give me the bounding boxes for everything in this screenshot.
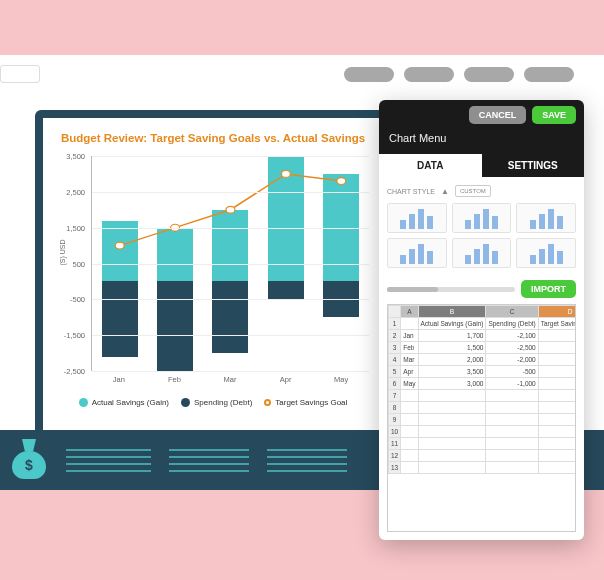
cell[interactable]: 3,000 bbox=[538, 378, 576, 390]
cell[interactable] bbox=[486, 438, 538, 450]
cell[interactable] bbox=[486, 450, 538, 462]
chart-plot: (S) USD 3,5002,5001,500500-500-1,500-2,5… bbox=[53, 156, 373, 371]
row-num[interactable]: 8 bbox=[389, 402, 401, 414]
row-num[interactable]: 5 bbox=[389, 366, 401, 378]
row-num[interactable]: 9 bbox=[389, 414, 401, 426]
cell[interactable]: -2,500 bbox=[486, 342, 538, 354]
row-num[interactable]: 7 bbox=[389, 390, 401, 402]
save-button[interactable]: SAVE bbox=[532, 106, 576, 124]
cell[interactable] bbox=[418, 414, 486, 426]
cell[interactable] bbox=[401, 450, 418, 462]
cell[interactable]: -2,100 bbox=[486, 330, 538, 342]
panel-tabs: DATA SETTINGS bbox=[379, 154, 584, 177]
cell[interactable]: Jan bbox=[401, 330, 418, 342]
cell[interactable] bbox=[418, 402, 486, 414]
header-cell[interactable]: Spending (Debt) bbox=[486, 318, 538, 330]
cell[interactable]: Mar bbox=[401, 354, 418, 366]
bar-debt bbox=[102, 281, 138, 356]
header-cell[interactable]: Actual Savings (Gain) bbox=[418, 318, 486, 330]
style-thumb[interactable] bbox=[452, 203, 512, 233]
cell[interactable]: May bbox=[401, 378, 418, 390]
custom-style-chip[interactable]: CUSTOM bbox=[455, 185, 491, 197]
cell[interactable] bbox=[401, 402, 418, 414]
col-letter[interactable]: D bbox=[538, 306, 576, 318]
cell[interactable] bbox=[486, 414, 538, 426]
cell[interactable] bbox=[486, 426, 538, 438]
cell[interactable] bbox=[538, 414, 576, 426]
style-thumb[interactable] bbox=[516, 203, 576, 233]
style-thumb[interactable] bbox=[452, 238, 512, 268]
row-num[interactable]: 2 bbox=[389, 330, 401, 342]
cell[interactable] bbox=[538, 402, 576, 414]
cell[interactable] bbox=[486, 402, 538, 414]
cell[interactable] bbox=[401, 414, 418, 426]
footer-lines bbox=[169, 449, 249, 472]
cell[interactable] bbox=[401, 438, 418, 450]
import-button[interactable]: IMPORT bbox=[521, 280, 576, 298]
cell[interactable]: 2,000 bbox=[538, 354, 576, 366]
style-thumb[interactable] bbox=[387, 238, 447, 268]
row-num[interactable]: 10 bbox=[389, 426, 401, 438]
cell[interactable] bbox=[538, 390, 576, 402]
cell[interactable]: -500 bbox=[486, 366, 538, 378]
money-bag-icon: $ bbox=[10, 441, 48, 479]
pill-button[interactable] bbox=[404, 67, 454, 82]
pill-button[interactable] bbox=[464, 67, 514, 82]
style-thumb[interactable] bbox=[516, 238, 576, 268]
cell[interactable] bbox=[538, 438, 576, 450]
pill-button[interactable] bbox=[344, 67, 394, 82]
row-num[interactable]: 4 bbox=[389, 354, 401, 366]
cell[interactable] bbox=[418, 426, 486, 438]
tab-data[interactable]: DATA bbox=[379, 154, 482, 177]
cancel-button[interactable]: CANCEL bbox=[469, 106, 527, 124]
cell[interactable]: 1,700 bbox=[418, 330, 486, 342]
row-num[interactable]: 12 bbox=[389, 450, 401, 462]
cell[interactable] bbox=[418, 438, 486, 450]
cell[interactable] bbox=[401, 426, 418, 438]
cell[interactable]: 1,500 bbox=[418, 342, 486, 354]
legend-label: Spending (Debt) bbox=[194, 398, 252, 407]
cell[interactable] bbox=[401, 462, 418, 474]
col-letter[interactable]: A bbox=[401, 306, 418, 318]
cell[interactable] bbox=[538, 462, 576, 474]
row-num[interactable]: 3 bbox=[389, 342, 401, 354]
cell[interactable]: 3,500 bbox=[418, 366, 486, 378]
cell[interactable] bbox=[418, 462, 486, 474]
bar-gain bbox=[212, 210, 248, 282]
cell[interactable]: 1,000 bbox=[538, 330, 576, 342]
cell[interactable] bbox=[538, 450, 576, 462]
tab-settings[interactable]: SETTINGS bbox=[482, 154, 585, 177]
cell[interactable] bbox=[486, 462, 538, 474]
col-letter[interactable]: B bbox=[418, 306, 486, 318]
cell[interactable]: 3,000 bbox=[538, 366, 576, 378]
cell[interactable] bbox=[401, 390, 418, 402]
cell[interactable] bbox=[418, 450, 486, 462]
style-thumb[interactable] bbox=[387, 203, 447, 233]
cell[interactable] bbox=[418, 390, 486, 402]
row-num[interactable]: 1 bbox=[389, 318, 401, 330]
cell[interactable]: Apr bbox=[401, 366, 418, 378]
col-letter[interactable]: C bbox=[486, 306, 538, 318]
header-cell[interactable] bbox=[401, 318, 418, 330]
y-tick: 3,500 bbox=[66, 152, 85, 161]
pill-button[interactable] bbox=[524, 67, 574, 82]
cell[interactable] bbox=[486, 390, 538, 402]
row-num[interactable]: 11 bbox=[389, 438, 401, 450]
legend-label: Target Savings Goal bbox=[275, 398, 347, 407]
chart-style-label: CHART STYLE bbox=[387, 188, 435, 195]
cell[interactable]: 2,000 bbox=[538, 342, 576, 354]
cell[interactable] bbox=[538, 426, 576, 438]
chevron-up-icon[interactable]: ▲ bbox=[441, 187, 449, 196]
chart-style-row: CHART STYLE ▲ CUSTOM bbox=[387, 185, 576, 197]
small-input[interactable] bbox=[0, 65, 40, 83]
row-num[interactable]: 6 bbox=[389, 378, 401, 390]
cell[interactable]: 3,000 bbox=[418, 378, 486, 390]
cell[interactable]: Feb bbox=[401, 342, 418, 354]
plot-area bbox=[91, 156, 369, 371]
cell[interactable]: 2,000 bbox=[418, 354, 486, 366]
row-num[interactable]: 13 bbox=[389, 462, 401, 474]
cell[interactable]: -2,000 bbox=[486, 354, 538, 366]
header-cell[interactable]: Target Savings Goal bbox=[538, 318, 576, 330]
data-sheet[interactable]: ABCD1Actual Savings (Gain)Spending (Debt… bbox=[387, 304, 576, 532]
cell[interactable]: -1,000 bbox=[486, 378, 538, 390]
